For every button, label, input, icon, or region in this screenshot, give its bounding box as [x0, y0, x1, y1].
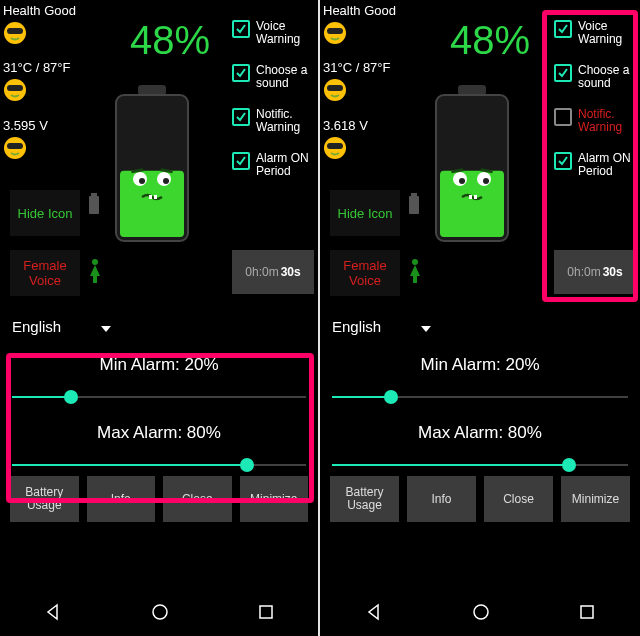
- checkbox[interactable]: [554, 64, 572, 82]
- svg-rect-25: [327, 85, 343, 91]
- period-prefix: 0h:0m: [567, 265, 600, 279]
- svg-rect-21: [260, 606, 272, 618]
- option-label: Notific. Warning: [256, 108, 316, 134]
- min-alarm-slider[interactable]: [12, 385, 306, 409]
- language-value: English: [332, 318, 381, 335]
- max-alarm-label: Max Alarm: 80%: [12, 423, 306, 443]
- svg-point-42: [474, 605, 488, 619]
- alarm-period-button[interactable]: 0h:0m 30s: [554, 250, 636, 294]
- cool-emoji-icon: [323, 134, 347, 160]
- svg-rect-5: [7, 143, 23, 149]
- hide-icon-button[interactable]: Hide Icon: [10, 190, 80, 236]
- language-dropdown[interactable]: English: [12, 318, 111, 335]
- slider-thumb[interactable]: [240, 458, 254, 472]
- max-alarm-slider[interactable]: [332, 453, 628, 477]
- min-alarm-slider[interactable]: [332, 385, 628, 409]
- svg-point-34: [483, 178, 489, 184]
- status-temp: 31°C / 87°F: [323, 60, 390, 75]
- footer-button-info[interactable]: Info: [87, 476, 156, 522]
- female-person-icon: [408, 258, 422, 287]
- checkbox[interactable]: [554, 20, 572, 38]
- status-health: Health Good: [3, 3, 76, 18]
- svg-rect-8: [120, 171, 184, 237]
- checkbox[interactable]: [554, 152, 572, 170]
- dropdown-triangle-icon: [101, 318, 111, 335]
- language-dropdown[interactable]: English: [332, 318, 431, 335]
- option-row[interactable]: Voice Warning: [232, 20, 316, 46]
- checkbox[interactable]: [232, 152, 250, 170]
- max-alarm-slider[interactable]: [12, 453, 306, 477]
- svg-rect-17: [91, 193, 97, 196]
- option-label: Choose a sound: [578, 64, 638, 90]
- checkbox[interactable]: [232, 108, 250, 126]
- slider-thumb[interactable]: [64, 390, 78, 404]
- nav-home-button[interactable]: [471, 602, 491, 622]
- language-value: English: [12, 318, 61, 335]
- checkbox[interactable]: [232, 20, 250, 38]
- svg-rect-27: [327, 143, 343, 149]
- min-alarm-label: Min Alarm: 20%: [332, 355, 628, 375]
- option-row[interactable]: Alarm ON Period: [232, 152, 316, 178]
- status-volt: 3.595 V: [3, 118, 48, 133]
- svg-point-12: [163, 178, 169, 184]
- svg-point-32: [459, 178, 465, 184]
- option-row[interactable]: Choose a sound: [554, 64, 638, 90]
- status-health: Health Good: [323, 3, 396, 18]
- option-label: Notific. Warning: [578, 108, 638, 134]
- nav-back-button[interactable]: [364, 602, 384, 622]
- slider-thumb[interactable]: [384, 390, 398, 404]
- option-row[interactable]: Voice Warning: [554, 20, 638, 46]
- cool-emoji-icon: [3, 134, 27, 160]
- svg-point-19: [92, 259, 98, 265]
- option-label: Voice Warning: [256, 20, 316, 46]
- svg-rect-16: [154, 195, 157, 199]
- status-temp: 31°C / 87°F: [3, 60, 70, 75]
- footer-button-minimize[interactable]: Minimize: [240, 476, 309, 522]
- battery-icon: [432, 85, 512, 245]
- svg-rect-18: [89, 196, 99, 214]
- svg-point-41: [412, 259, 418, 265]
- option-row[interactable]: Alarm ON Period: [554, 152, 638, 178]
- max-alarm-label: Max Alarm: 80%: [332, 423, 628, 443]
- svg-rect-30: [440, 171, 504, 237]
- nav-home-button[interactable]: [150, 602, 170, 622]
- period-bold: 30s: [603, 265, 623, 279]
- status-volt: 3.618 V: [323, 118, 368, 133]
- slider-thumb[interactable]: [562, 458, 576, 472]
- battery-percent: 48%: [450, 18, 530, 63]
- checkbox[interactable]: [232, 64, 250, 82]
- footer-button-close[interactable]: Close: [484, 476, 553, 522]
- period-prefix: 0h:0m: [245, 265, 278, 279]
- option-row[interactable]: Choose a sound: [232, 64, 316, 90]
- svg-rect-37: [469, 195, 472, 199]
- svg-rect-23: [327, 28, 343, 34]
- option-label: Voice Warning: [578, 20, 638, 46]
- footer-button-close[interactable]: Close: [163, 476, 232, 522]
- svg-point-20: [153, 605, 167, 619]
- svg-rect-39: [411, 193, 417, 196]
- nav-recent-button[interactable]: [578, 603, 596, 621]
- svg-rect-6: [138, 85, 166, 95]
- option-row[interactable]: Notific. Warning: [554, 108, 638, 134]
- battery-small-icon: [408, 193, 420, 218]
- svg-rect-38: [474, 195, 477, 199]
- footer-button-minimize[interactable]: Minimize: [561, 476, 630, 522]
- footer-button-battery-usage[interactable]: Battery Usage: [10, 476, 79, 522]
- alarm-period-button[interactable]: 0h:0m 30s: [232, 250, 314, 294]
- female-person-icon: [88, 258, 102, 287]
- hide-icon-button[interactable]: Hide Icon: [330, 190, 400, 236]
- svg-rect-43: [581, 606, 593, 618]
- footer-button-info[interactable]: Info: [407, 476, 476, 522]
- footer-button-battery-usage[interactable]: Battery Usage: [330, 476, 399, 522]
- option-row[interactable]: Notific. Warning: [232, 108, 316, 134]
- female-voice-button[interactable]: Female Voice: [10, 250, 80, 296]
- cool-emoji-icon: [323, 19, 347, 45]
- battery-icon: [112, 85, 192, 245]
- option-label: Alarm ON Period: [578, 152, 638, 178]
- nav-back-button[interactable]: [43, 602, 63, 622]
- cool-emoji-icon: [3, 76, 27, 102]
- cool-emoji-icon: [323, 76, 347, 102]
- checkbox[interactable]: [554, 108, 572, 126]
- female-voice-button[interactable]: Female Voice: [330, 250, 400, 296]
- nav-recent-button[interactable]: [257, 603, 275, 621]
